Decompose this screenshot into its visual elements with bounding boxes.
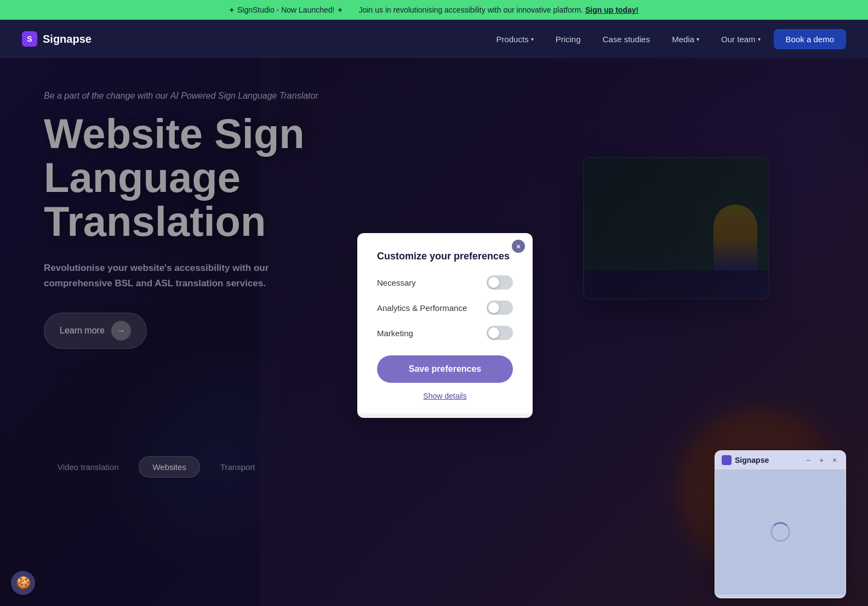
nav-pricing[interactable]: Pricing bbox=[547, 30, 590, 48]
toggle-knob-necessary bbox=[488, 277, 499, 288]
banner-plus-left: + bbox=[230, 5, 234, 14]
chevron-down-icon-team: ▾ bbox=[758, 36, 761, 42]
book-demo-button[interactable]: Book a demo bbox=[774, 29, 846, 49]
nav-products-label: Products bbox=[496, 35, 528, 44]
marketing-label: Marketing bbox=[377, 329, 413, 338]
widget-close-button[interactable]: × bbox=[830, 456, 839, 465]
necessary-label: Necessary bbox=[377, 278, 416, 287]
logo[interactable]: S Signapse bbox=[22, 31, 92, 47]
widget-titlebar: Signapse − + × bbox=[715, 451, 846, 469]
cookie-row-analytics: Analytics & Performance bbox=[377, 301, 513, 315]
analytics-toggle[interactable] bbox=[487, 301, 513, 315]
banner-launch-text: SignStudio - Now Launched! bbox=[237, 5, 334, 14]
widget-body bbox=[715, 469, 846, 594]
toggle-knob-analytics bbox=[488, 302, 499, 313]
chevron-down-icon: ▾ bbox=[531, 36, 534, 42]
widget-title-icon bbox=[722, 455, 732, 465]
loading-spinner bbox=[770, 522, 790, 542]
logo-icon: S bbox=[22, 31, 37, 47]
top-banner: + SignStudio - Now Launched! + Join us i… bbox=[0, 0, 868, 20]
banner-left: + SignStudio - Now Launched! + bbox=[230, 5, 342, 14]
cookie-row-marketing: Marketing bbox=[377, 326, 513, 340]
cookie-row-necessary: Necessary bbox=[377, 275, 513, 290]
widget-title-text: Signapse bbox=[735, 456, 769, 465]
nav-case-studies-label: Case studies bbox=[603, 35, 650, 44]
widget-title: Signapse bbox=[722, 455, 769, 465]
analytics-label: Analytics & Performance bbox=[377, 303, 467, 313]
navbar: S Signapse Products ▾ Pricing Case studi… bbox=[0, 20, 868, 58]
signapse-widget: Signapse − + × bbox=[715, 450, 846, 598]
cookie-modal: × Customize your preferences Necessary A… bbox=[357, 233, 533, 418]
widget-expand-button[interactable]: + bbox=[817, 456, 826, 465]
necessary-toggle[interactable] bbox=[487, 275, 513, 290]
navbar-nav: Products ▾ Pricing Case studies Media ▾ … bbox=[487, 29, 846, 49]
toggle-knob-marketing bbox=[488, 327, 499, 338]
nav-products[interactable]: Products ▾ bbox=[487, 30, 542, 48]
modal-scrollbar bbox=[357, 414, 533, 418]
cookie-modal-close[interactable]: × bbox=[512, 240, 525, 253]
widget-controls: − + × bbox=[804, 456, 839, 465]
signup-link[interactable]: Sign up today! bbox=[585, 5, 638, 14]
nav-our-team-label: Our team bbox=[721, 35, 756, 44]
nav-pricing-label: Pricing bbox=[556, 35, 581, 44]
show-details-link[interactable]: Show details bbox=[377, 392, 513, 400]
nav-our-team[interactable]: Our team ▾ bbox=[712, 30, 769, 48]
banner-plus-right: + bbox=[338, 5, 342, 14]
banner-right-text: Join us in revolutionising accessibility… bbox=[359, 5, 583, 14]
nav-case-studies[interactable]: Case studies bbox=[594, 30, 659, 48]
logo-text: Signapse bbox=[43, 33, 92, 46]
banner-right: Join us in revolutionising accessibility… bbox=[359, 5, 639, 14]
nav-media-label: Media bbox=[672, 35, 694, 44]
save-preferences-button[interactable]: Save preferences bbox=[377, 355, 513, 383]
marketing-toggle[interactable] bbox=[487, 326, 513, 340]
nav-media[interactable]: Media ▾ bbox=[663, 30, 708, 48]
hero-section: Be a part of the change with our AI Powe… bbox=[0, 58, 868, 606]
cookie-icon-button[interactable]: 🍪 bbox=[11, 571, 35, 595]
chevron-down-icon-media: ▾ bbox=[696, 36, 699, 42]
widget-minimize-button[interactable]: − bbox=[804, 456, 813, 465]
cookie-modal-title: Customize your preferences bbox=[377, 251, 513, 262]
